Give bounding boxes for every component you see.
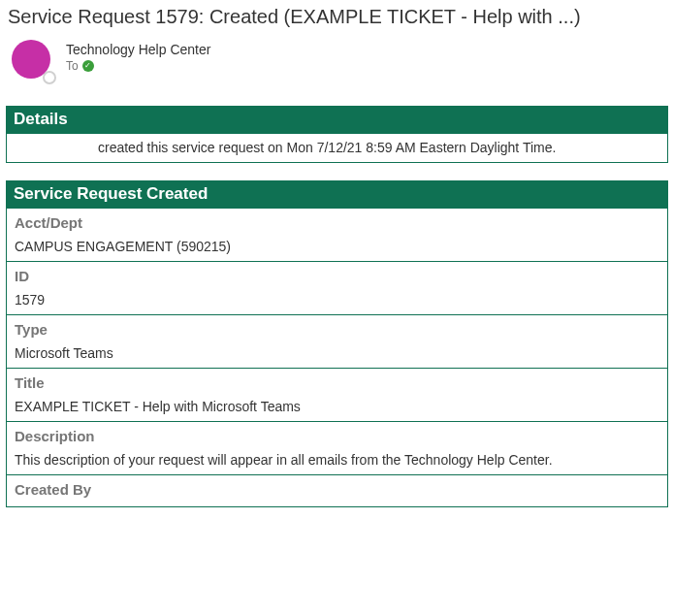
field-acct-dept: Acct/Dept CAMPUS ENGAGEMENT (590215) [7, 209, 667, 262]
service-request-header: Service Request Created [6, 180, 668, 209]
service-request-body: Acct/Dept CAMPUS ENGAGEMENT (590215) ID … [6, 209, 668, 507]
field-description: Description This description of your req… [7, 422, 667, 475]
field-label: Title [15, 373, 659, 395]
to-label: To [66, 59, 79, 73]
sender-name: Technology Help Center [66, 42, 210, 57]
field-value: CAMPUS ENGAGEMENT (590215) [15, 235, 659, 256]
field-id: ID 1579 [7, 262, 667, 315]
avatar-wrap[interactable] [12, 40, 54, 82]
field-value: EXAMPLE TICKET - Help with Microsoft Tea… [15, 395, 659, 416]
field-type: Type Microsoft Teams [7, 315, 667, 369]
field-label: Type [15, 319, 659, 341]
details-text: created this service request on Mon 7/12… [15, 140, 659, 155]
email-subject: Service Request 1579: Created (EXAMPLE T… [6, 4, 668, 36]
details-header: Details [6, 106, 668, 134]
field-value: This description of your request will ap… [15, 448, 659, 470]
verified-badge-icon: ✓ [82, 60, 94, 72]
details-body: created this service request on Mon 7/12… [6, 134, 668, 163]
field-label: Description [15, 426, 659, 448]
field-label: Acct/Dept [15, 212, 659, 235]
email-view: Service Request 1579: Created (EXAMPLE T… [0, 0, 674, 507]
presence-icon [43, 71, 56, 84]
sender-text: Technology Help Center To ✓ [66, 40, 210, 73]
field-value: Microsoft Teams [15, 341, 659, 363]
sender-row: Technology Help Center To ✓ [6, 36, 668, 92]
field-value: 1579 [15, 288, 659, 309]
service-request-panel: Service Request Created Acct/Dept CAMPUS… [6, 180, 668, 507]
details-panel: Details created this service request on … [6, 106, 668, 163]
field-label: ID [15, 266, 659, 288]
field-title: Title EXAMPLE TICKET - Help with Microso… [7, 369, 667, 422]
field-label: Created By [15, 479, 659, 502]
to-row: To ✓ [66, 59, 210, 73]
field-created-by: Created By [7, 475, 667, 507]
